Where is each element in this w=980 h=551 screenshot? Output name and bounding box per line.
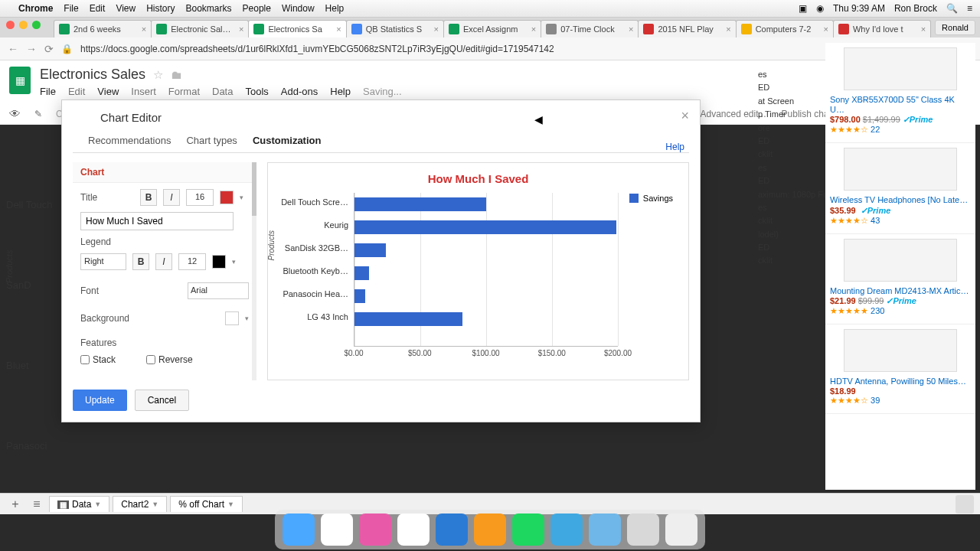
- sheets-menu-file[interactable]: File: [40, 86, 56, 97]
- close-tab-icon[interactable]: ×: [239, 24, 243, 34]
- wifi-icon[interactable]: ◉: [816, 3, 824, 14]
- menu-window[interactable]: Window: [282, 3, 315, 14]
- dock-app-icon[interactable]: [283, 514, 315, 546]
- browser-tab[interactable]: 2015 NFL Play×: [638, 20, 736, 37]
- dock-app-icon[interactable]: [665, 514, 697, 546]
- legend-italic-button[interactable]: I: [155, 253, 172, 270]
- dock-app-icon[interactable]: [512, 514, 544, 546]
- browser-tab[interactable]: Computers 7-2×: [736, 20, 834, 37]
- browser-tab[interactable]: QB Statistics S×: [346, 20, 444, 37]
- product-name[interactable]: HDTV Antenna, Powilling 50 Miles…: [830, 377, 971, 386]
- sheets-menu-help[interactable]: Help: [330, 86, 351, 97]
- cancel-button[interactable]: Cancel: [135, 390, 189, 411]
- sheet-tab[interactable]: ▦ Data ▼: [49, 496, 109, 512]
- doc-title[interactable]: Electronics Sales: [40, 67, 145, 83]
- menu-people[interactable]: People: [243, 3, 271, 14]
- browser-tab[interactable]: Electronics Sa×: [248, 20, 346, 37]
- menu-bookmarks[interactable]: Bookmarks: [186, 3, 232, 14]
- legend-size-select[interactable]: 12: [178, 253, 206, 270]
- clock[interactable]: Thu 9:39 AM: [833, 3, 885, 14]
- close-tab-icon[interactable]: ×: [823, 24, 828, 34]
- spotlight-icon[interactable]: 🔍: [946, 3, 958, 14]
- dock-app-icon[interactable]: [397, 514, 430, 546]
- menu-view[interactable]: View: [116, 3, 136, 14]
- dock-app-icon[interactable]: [627, 514, 659, 546]
- minimize-window-icon[interactable]: [19, 21, 28, 29]
- close-tab-icon[interactable]: ×: [142, 24, 146, 34]
- dock-app-icon[interactable]: [321, 514, 353, 546]
- menu-edit[interactable]: Edit: [90, 3, 106, 14]
- legend-bold-button[interactable]: B: [132, 253, 149, 270]
- browser-tab[interactable]: 07-Time Clock×: [541, 20, 639, 37]
- pencil-icon[interactable]: ✎: [34, 109, 42, 119]
- bold-button[interactable]: B: [140, 189, 157, 206]
- window-controls[interactable]: [6, 21, 41, 29]
- italic-button[interactable]: I: [163, 189, 180, 206]
- forward-icon[interactable]: →: [26, 43, 37, 55]
- browser-tab[interactable]: Excel Assignm×: [443, 20, 541, 37]
- product-card[interactable]: Wireless TV Headphones [No Late… $35.99 …: [825, 143, 975, 233]
- title-input[interactable]: [80, 212, 234, 230]
- sheet-tab[interactable]: Chart2 ▼: [113, 496, 167, 512]
- sheets-menu-tools[interactable]: Tools: [245, 86, 268, 97]
- browser-tab[interactable]: 2nd 6 weeks×: [54, 20, 152, 37]
- star-icon[interactable]: ☆: [153, 68, 163, 82]
- menu-help[interactable]: Help: [325, 3, 345, 14]
- reverse-checkbox[interactable]: Reverse: [146, 354, 193, 365]
- back-icon[interactable]: ←: [8, 43, 18, 55]
- review-count[interactable]: 39: [871, 396, 880, 405]
- sheet-tab[interactable]: % off Chart ▼: [170, 496, 243, 512]
- close-tab-icon[interactable]: ×: [629, 24, 633, 34]
- menu-icon[interactable]: ≡: [967, 3, 972, 14]
- reload-icon[interactable]: ⟳: [44, 43, 54, 55]
- dock-app-icon[interactable]: [589, 514, 621, 546]
- browser-tab[interactable]: Why I'd love t×: [833, 20, 931, 37]
- review-count[interactable]: 230: [871, 306, 884, 315]
- review-count[interactable]: 43: [871, 216, 880, 225]
- sheets-menu-add-ons[interactable]: Add-ons: [281, 86, 318, 97]
- tab-recommendations[interactable]: Recommendations: [88, 135, 171, 146]
- close-tab-icon[interactable]: ×: [336, 24, 341, 34]
- folder-icon[interactable]: 🖿: [171, 68, 182, 81]
- dock-app-icon[interactable]: [436, 514, 468, 546]
- close-tab-icon[interactable]: ×: [921, 24, 926, 34]
- app-name[interactable]: Chrome: [18, 3, 53, 14]
- close-tab-icon[interactable]: ×: [531, 24, 536, 34]
- advanced-edit[interactable]: Advanced edit...: [700, 109, 766, 119]
- product-card[interactable]: Sony XBR55X700D 55" Class 4K U… $798.00 …: [825, 43, 975, 143]
- browser-tab[interactable]: Electronic Sal…×: [151, 20, 249, 37]
- tab-customization[interactable]: Customization: [253, 135, 322, 146]
- close-icon[interactable]: ×: [681, 108, 689, 124]
- sheets-logo-icon[interactable]: ▦: [9, 67, 31, 94]
- legend-position-select[interactable]: Right: [80, 253, 126, 270]
- help-link[interactable]: Help: [665, 142, 684, 152]
- product-card[interactable]: Mounting Dream MD2413-MX Artic… $21.99 $…: [825, 234, 975, 324]
- dock-app-icon[interactable]: [474, 514, 506, 546]
- font-select[interactable]: Arial: [188, 282, 249, 299]
- explore-button[interactable]: [956, 495, 974, 514]
- product-name[interactable]: Wireless TV Headphones [No Late…: [830, 195, 971, 205]
- dock-app-icon[interactable]: [359, 514, 391, 546]
- user-name[interactable]: Ron Brock: [894, 3, 937, 14]
- sheets-menu-data[interactable]: Data: [212, 86, 233, 97]
- sheets-menu-view[interactable]: View: [97, 86, 119, 97]
- review-count[interactable]: 22: [871, 125, 880, 134]
- stack-checkbox[interactable]: Stack: [80, 354, 116, 365]
- close-tab-icon[interactable]: ×: [726, 24, 730, 34]
- scrollbar-thumb[interactable]: [252, 162, 256, 216]
- sheets-menu-insert[interactable]: Insert: [131, 86, 156, 97]
- product-name[interactable]: Sony XBR55X700D 55" Class 4K U…: [830, 95, 971, 115]
- zoom-window-icon[interactable]: [32, 21, 41, 29]
- close-tab-icon[interactable]: ×: [434, 24, 439, 34]
- all-sheets-button[interactable]: ≡: [28, 497, 46, 511]
- section-chart[interactable]: Chart: [73, 162, 256, 183]
- sheets-menu-format[interactable]: Format: [168, 86, 200, 97]
- visibility-icon[interactable]: 👁: [9, 107, 21, 120]
- sheets-menu-edit[interactable]: Edit: [68, 86, 85, 97]
- product-card[interactable]: HDTV Antenna, Powilling 50 Miles… $18.99…: [825, 324, 975, 414]
- product-name[interactable]: Mounting Dream MD2413-MX Artic…: [830, 286, 971, 296]
- menu-file[interactable]: File: [64, 3, 78, 14]
- menu-history[interactable]: History: [146, 3, 175, 14]
- url-text[interactable]: https://docs.google.com/spreadsheets/d/1…: [80, 44, 920, 54]
- add-sheet-button[interactable]: +: [6, 497, 24, 511]
